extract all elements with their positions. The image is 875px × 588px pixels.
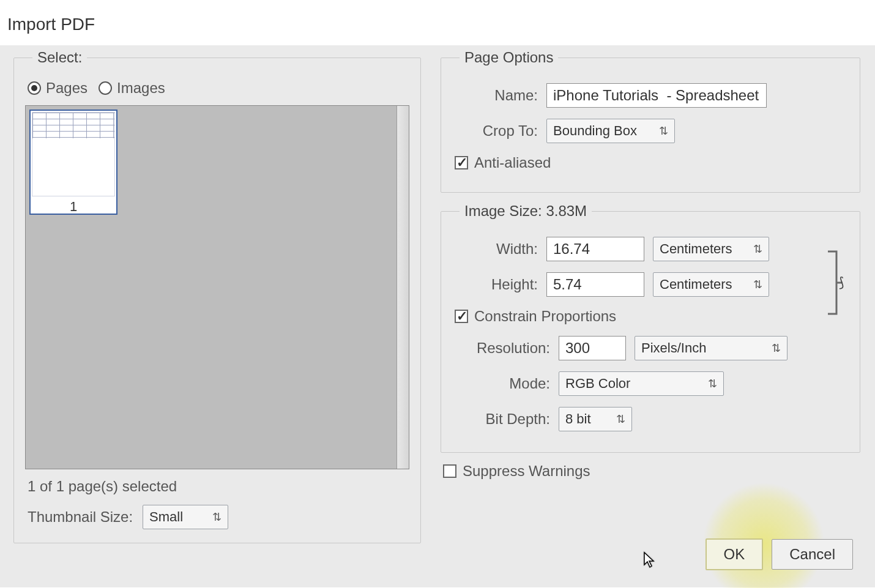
mode-dropdown[interactable]: RGB Color ⇅ bbox=[559, 371, 724, 396]
constrain-checkbox[interactable]: Constrain Proportions bbox=[455, 308, 616, 325]
radio-dot-icon bbox=[99, 81, 112, 95]
updown-icon: ⇅ bbox=[772, 343, 781, 354]
suppress-label: Suppress Warnings bbox=[463, 463, 590, 480]
radio-pages[interactable]: Pages bbox=[28, 80, 88, 97]
updown-icon: ⇅ bbox=[753, 244, 762, 255]
mode-row: Mode: RGB Color ⇅ bbox=[452, 371, 849, 396]
height-unit-dropdown[interactable]: Centimeters ⇅ bbox=[653, 272, 769, 297]
selection-status: 1 of 1 page(s) selected bbox=[25, 469, 409, 501]
dialog-body: Select: Pages Images 1 bbox=[0, 45, 875, 587]
radio-images[interactable]: Images bbox=[99, 80, 165, 97]
image-size-legend: Image Size: 3.83M bbox=[460, 203, 592, 220]
updown-icon: ⇅ bbox=[212, 512, 222, 523]
checkbox-icon bbox=[443, 464, 456, 478]
cursor-icon bbox=[643, 551, 655, 573]
radio-dot-icon bbox=[28, 81, 41, 95]
image-size-fieldset: Image Size: 3.83M Width: Centimeters ⇅ H… bbox=[441, 203, 860, 453]
name-label: Name: bbox=[452, 87, 538, 104]
resolution-unit-dropdown[interactable]: Pixels/Inch ⇅ bbox=[635, 336, 788, 360]
mode-value: RGB Color bbox=[565, 376, 630, 392]
checkmark-icon bbox=[455, 310, 468, 323]
antialiased-row: Anti-aliased bbox=[455, 154, 849, 171]
constrain-row: Constrain Proportions bbox=[455, 308, 849, 325]
thumbnail-page-1[interactable]: 1 bbox=[29, 110, 117, 215]
width-row: Width: Centimeters ⇅ bbox=[452, 237, 849, 261]
thumbnail-scrollbar[interactable] bbox=[397, 106, 409, 469]
link-icon[interactable]: ⟆ bbox=[825, 249, 850, 316]
cursor-highlight bbox=[702, 482, 825, 588]
svg-text:⟆: ⟆ bbox=[839, 275, 844, 290]
height-label: Height: bbox=[452, 276, 538, 293]
cancel-button[interactable]: Cancel bbox=[772, 539, 853, 570]
suppress-checkbox[interactable]: Suppress Warnings bbox=[443, 463, 590, 480]
thumbnail-size-value: Small bbox=[149, 509, 183, 525]
ok-button[interactable]: OK bbox=[706, 538, 764, 570]
dialog-title: Import PDF bbox=[0, 0, 875, 45]
updown-icon: ⇅ bbox=[708, 378, 717, 389]
resolution-input[interactable] bbox=[559, 336, 626, 360]
width-unit-value: Centimeters bbox=[660, 241, 732, 257]
mode-label: Mode: bbox=[452, 375, 550, 392]
thumbnail-size-dropdown[interactable]: Small ⇅ bbox=[143, 505, 228, 529]
resolution-row: Resolution: Pixels/Inch ⇅ bbox=[452, 336, 849, 360]
cancel-button-label: Cancel bbox=[789, 546, 835, 563]
radio-pages-label: Pages bbox=[46, 80, 88, 97]
select-legend: Select: bbox=[32, 49, 87, 66]
constrain-label: Constrain Proportions bbox=[474, 308, 616, 325]
updown-icon: ⇅ bbox=[659, 125, 668, 136]
select-fieldset: Select: Pages Images 1 bbox=[13, 49, 421, 543]
antialiased-label: Anti-aliased bbox=[474, 154, 551, 171]
name-input[interactable] bbox=[546, 83, 767, 108]
bitdepth-label: Bit Depth: bbox=[452, 411, 550, 428]
resolution-label: Resolution: bbox=[452, 340, 550, 357]
width-unit-dropdown[interactable]: Centimeters ⇅ bbox=[653, 237, 769, 261]
thumbnail-size-label: Thumbnail Size: bbox=[28, 508, 133, 526]
resolution-unit-value: Pixels/Inch bbox=[641, 340, 706, 356]
select-radio-row: Pages Images bbox=[25, 77, 409, 105]
bitdepth-value: 8 bit bbox=[565, 411, 591, 427]
page-options-fieldset: Page Options Name: Crop To: Bounding Box… bbox=[441, 49, 860, 193]
thumbnail-area: 1 bbox=[25, 105, 409, 469]
width-input[interactable] bbox=[546, 237, 644, 261]
thumbnail-preview bbox=[32, 112, 115, 196]
checkmark-icon bbox=[455, 156, 468, 169]
suppress-row: Suppress Warnings bbox=[443, 463, 860, 480]
ok-button-label: OK bbox=[724, 546, 745, 563]
bitdepth-dropdown[interactable]: 8 bit ⇅ bbox=[559, 407, 632, 431]
crop-label: Crop To: bbox=[452, 122, 538, 140]
crop-value: Bounding Box bbox=[553, 123, 637, 139]
crop-row: Crop To: Bounding Box ⇅ bbox=[452, 119, 849, 143]
thumbnail-number: 1 bbox=[70, 199, 77, 215]
updown-icon: ⇅ bbox=[753, 279, 762, 290]
radio-images-label: Images bbox=[117, 80, 165, 97]
bitdepth-row: Bit Depth: 8 bit ⇅ bbox=[452, 407, 849, 431]
height-row: Height: Centimeters ⇅ bbox=[452, 272, 849, 297]
height-input[interactable] bbox=[546, 272, 644, 297]
page-options-legend: Page Options bbox=[460, 49, 558, 66]
dialog-buttons: OK Cancel bbox=[706, 538, 853, 570]
updown-icon: ⇅ bbox=[616, 414, 625, 425]
thumbnail-size-row: Thumbnail Size: Small ⇅ bbox=[25, 501, 409, 533]
name-row: Name: bbox=[452, 83, 849, 108]
height-unit-value: Centimeters bbox=[660, 277, 732, 292]
width-label: Width: bbox=[452, 240, 538, 258]
antialiased-checkbox[interactable]: Anti-aliased bbox=[455, 154, 551, 171]
crop-dropdown[interactable]: Bounding Box ⇅ bbox=[546, 119, 675, 143]
